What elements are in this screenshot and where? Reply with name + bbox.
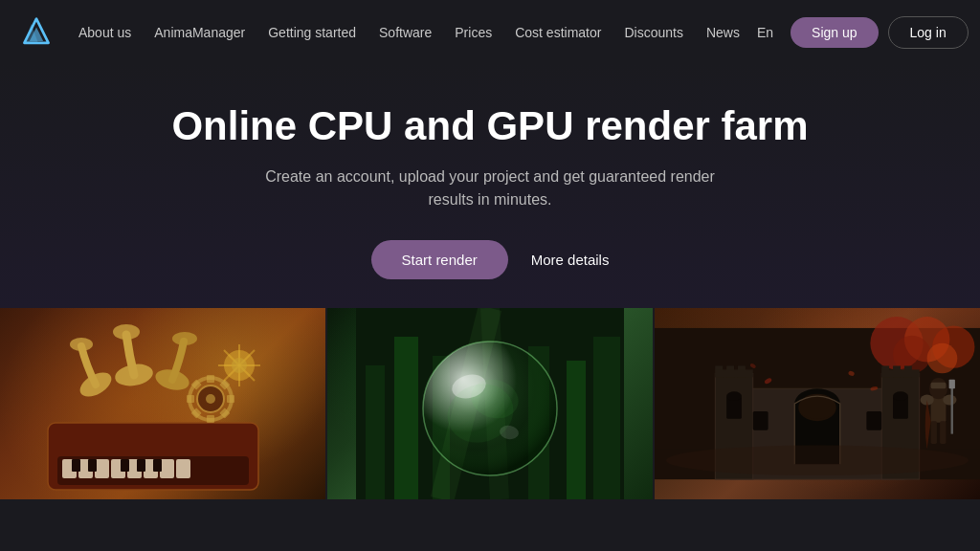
signup-button[interactable]: Sign up: [791, 17, 878, 48]
svg-point-61: [927, 343, 958, 374]
svg-rect-46: [567, 361, 586, 499]
svg-rect-85: [931, 383, 947, 388]
svg-rect-12: [176, 459, 190, 478]
nav-cost-estimator[interactable]: Cost estimator: [505, 19, 611, 46]
nav-discounts[interactable]: Discounts: [614, 19, 692, 46]
hero-section: Online CPU and GPU render farm Create an…: [0, 64, 980, 308]
nav-about-us[interactable]: About us: [69, 19, 141, 46]
svg-rect-81: [753, 411, 768, 430]
svg-point-87: [943, 395, 956, 406]
svg-rect-11: [160, 459, 174, 478]
svg-point-19: [70, 338, 93, 351]
nav-right-actions: En Sign up Log in: [749, 16, 969, 49]
svg-rect-33: [187, 395, 194, 403]
gallery-panel-castle: [655, 308, 980, 499]
svg-point-40: [232, 358, 247, 373]
logo[interactable]: [19, 15, 54, 50]
gallery-panel-steampunk: [0, 308, 327, 499]
svg-rect-16: [137, 459, 145, 472]
nav-news[interactable]: News: [697, 19, 749, 46]
nav-software[interactable]: Software: [369, 19, 441, 46]
hero-subtitle: Create an account, upload your project a…: [241, 165, 739, 211]
gallery-strip: [0, 308, 980, 499]
svg-rect-82: [866, 411, 881, 430]
language-selector[interactable]: En: [749, 21, 781, 44]
svg-rect-91: [949, 380, 955, 388]
svg-rect-17: [153, 459, 162, 472]
svg-rect-73: [881, 370, 920, 378]
svg-rect-43: [394, 337, 418, 499]
svg-point-78: [726, 392, 742, 401]
svg-rect-47: [593, 337, 620, 499]
hero-cta-group: Start render More details: [371, 240, 610, 279]
svg-rect-42: [366, 365, 385, 499]
navbar: About us AnimaManager Getting started So…: [0, 0, 980, 64]
svg-point-92: [666, 446, 969, 476]
hero-title: Online CPU and GPU render farm: [171, 102, 808, 150]
svg-rect-13: [72, 459, 80, 472]
start-render-button[interactable]: Start render: [371, 240, 508, 279]
svg-rect-88: [931, 422, 937, 445]
svg-rect-14: [88, 459, 97, 472]
login-button[interactable]: Log in: [888, 16, 969, 49]
svg-rect-69: [715, 370, 753, 378]
svg-rect-31: [207, 415, 214, 423]
nav-links: About us AnimaManager Getting started So…: [69, 19, 749, 46]
nav-prices[interactable]: Prices: [445, 19, 501, 46]
svg-point-26: [206, 394, 215, 404]
svg-rect-29: [227, 395, 234, 403]
svg-rect-15: [121, 459, 129, 472]
svg-rect-27: [207, 375, 214, 383]
gallery-panel-sphere: [327, 308, 655, 499]
svg-rect-89: [940, 422, 946, 445]
svg-rect-7: [95, 459, 109, 478]
svg-point-23: [172, 332, 197, 345]
svg-point-21: [113, 324, 140, 340]
svg-point-80: [893, 392, 908, 401]
nav-anima-manager[interactable]: AnimaManager: [145, 19, 255, 46]
nav-getting-started[interactable]: Getting started: [258, 19, 366, 46]
more-details-button[interactable]: More details: [531, 252, 610, 268]
svg-point-76: [798, 394, 836, 421]
